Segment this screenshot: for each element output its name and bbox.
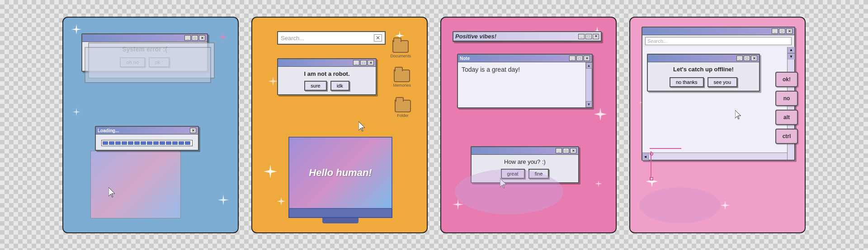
no-thanks-button[interactable]: no thanks — [670, 77, 704, 87]
shadow-window-2 — [85, 47, 211, 83]
close-button[interactable]: ✕ — [570, 148, 576, 153]
search-text: Search... — [281, 35, 304, 42]
sparkle-icon — [277, 197, 285, 205]
window-controls: _ □ ✕ — [184, 35, 205, 41]
maximize-button[interactable]: □ — [744, 56, 750, 61]
minimize-button[interactable]: _ — [772, 28, 778, 34]
seg — [109, 141, 114, 145]
loading-window: Loading... ✕ — [95, 126, 199, 151]
sparkle-icon — [218, 194, 229, 205]
scroll-up-button[interactable]: ▲ — [788, 47, 795, 53]
alt-side-button[interactable]: alt — [775, 110, 798, 125]
minimize-button[interactable]: _ — [569, 56, 576, 61]
seg — [153, 141, 159, 145]
sparkle-icon — [71, 24, 81, 34]
main-container: _ □ ✕ System error :( oh no ok : Loading… — [53, 8, 815, 242]
minimize-button[interactable]: _ — [184, 35, 191, 41]
close-button[interactable]: ✕ — [751, 56, 757, 61]
robot-text: I am not a robot. — [282, 70, 372, 77]
positive-vibes-titlebar: Positive vibes! _ □ ✕ — [453, 32, 601, 41]
note-titlebar: Note _ □ ✕ — [458, 55, 592, 62]
seg — [134, 141, 140, 145]
ctrl-side-button[interactable]: ctrl — [775, 129, 798, 144]
robot-window: _ □ ✕ I am not a robot. sure idk — [277, 58, 377, 95]
maximize-button[interactable]: □ — [563, 148, 569, 153]
flow-dot — [650, 177, 653, 181]
scroll-down-button[interactable]: ▼ — [586, 101, 592, 107]
outer-titlebar: _ □ ✕ — [642, 28, 794, 35]
maximize-button[interactable]: □ — [779, 28, 785, 34]
flow-line-h — [650, 148, 681, 149]
positive-vibes-window: Positive vibes! _ □ ✕ — [453, 31, 602, 42]
scroll-left-button[interactable]: ◄ — [642, 153, 649, 160]
loading-bar — [101, 140, 193, 146]
close-button[interactable]: ✕ — [368, 60, 374, 65]
loading-fill — [102, 140, 192, 146]
catchup-content: Let's catch up offline! no thanks see yo… — [648, 62, 759, 91]
seg — [115, 141, 121, 145]
seg — [147, 141, 152, 145]
seg — [179, 141, 184, 145]
loading-controls: ✕ — [190, 128, 196, 133]
close-button[interactable]: ✕ — [199, 35, 205, 41]
close-button[interactable]: ✕ — [584, 56, 590, 61]
minimize-button[interactable]: _ — [353, 60, 359, 65]
folder-label: Documents — [390, 54, 411, 58]
blob-decoration — [455, 169, 563, 214]
memories-folder[interactable]: Memories — [393, 69, 411, 88]
sparkle-icon — [721, 201, 730, 210]
sure-button[interactable]: sure — [304, 81, 326, 91]
minimize-button[interactable]: _ — [556, 148, 562, 153]
seg — [128, 141, 133, 145]
note-text: Today is a great day! — [462, 66, 520, 73]
seg — [141, 141, 146, 145]
maximize-button[interactable]: □ — [192, 35, 198, 41]
howru-controls: _ □ ✕ — [556, 148, 576, 153]
panel-pink: Positive vibes! _ □ ✕ Note _ □ ✕ Today i… — [440, 17, 617, 233]
search-bar[interactable]: Search... ✕ — [277, 31, 386, 45]
p4-search-input[interactable]: Search... — [645, 37, 792, 45]
scroll-up-button[interactable]: ▲ — [586, 62, 592, 69]
note-scrollbar[interactable]: ▲ ▼ — [585, 62, 592, 107]
cursor-icon — [735, 110, 744, 119]
sparkle-icon — [268, 76, 278, 86]
folder-shape — [395, 100, 411, 112]
folder-shape — [392, 40, 409, 53]
see-you-button[interactable]: see you — [708, 77, 738, 87]
ok-side-button[interactable]: ok! — [775, 72, 798, 87]
loading-title: Loading... — [98, 128, 119, 133]
seg — [172, 141, 178, 145]
close-button[interactable]: ✕ — [786, 28, 793, 34]
maximize-button[interactable]: □ — [585, 34, 592, 39]
no-side-button[interactable]: no — [775, 91, 798, 106]
documents-folder[interactable]: Documents — [390, 40, 411, 58]
close-button[interactable]: ✕ — [593, 34, 599, 39]
robot-buttons: sure idk — [282, 81, 372, 91]
sparkle-icon — [595, 180, 602, 187]
sparkle-icon — [219, 33, 226, 41]
scroll-down-button[interactable]: ▼ — [788, 53, 795, 60]
folder-icon[interactable]: Folder — [395, 100, 411, 118]
minimize-button[interactable]: _ — [578, 34, 585, 39]
horizontal-scrollbar[interactable]: ◄ — [642, 153, 787, 160]
maximize-button[interactable]: □ — [576, 56, 583, 61]
catchup-window: _ □ ✕ Let's catch up offline! no thanks … — [647, 54, 760, 92]
catchup-titlebar: _ □ ✕ — [648, 55, 759, 62]
minimize-button[interactable]: _ — [736, 56, 743, 61]
seg — [160, 141, 165, 145]
hello-text: Hello human! — [309, 167, 372, 179]
seg — [166, 141, 171, 145]
howru-text: How are you? :) — [475, 158, 575, 165]
robot-controls: _ □ ✕ — [353, 60, 374, 65]
catchup-controls: _ □ ✕ — [736, 56, 757, 61]
flow-dot — [650, 152, 653, 156]
pv-controls: _ □ ✕ — [578, 34, 599, 39]
panel-orange: Search... ✕ Documents Memories Folder — [251, 17, 428, 233]
titlebar: _ □ ✕ — [82, 34, 207, 42]
idk-button[interactable]: idk — [330, 81, 349, 91]
close-icon[interactable]: ✕ — [190, 128, 196, 133]
maximize-button[interactable]: □ — [360, 60, 367, 65]
note-window: Note _ □ ✕ Today is a great day! ▲ ▼ — [457, 54, 593, 108]
search-close-button[interactable]: ✕ — [374, 34, 382, 42]
side-buttons: ok! no alt ctrl — [775, 72, 798, 144]
